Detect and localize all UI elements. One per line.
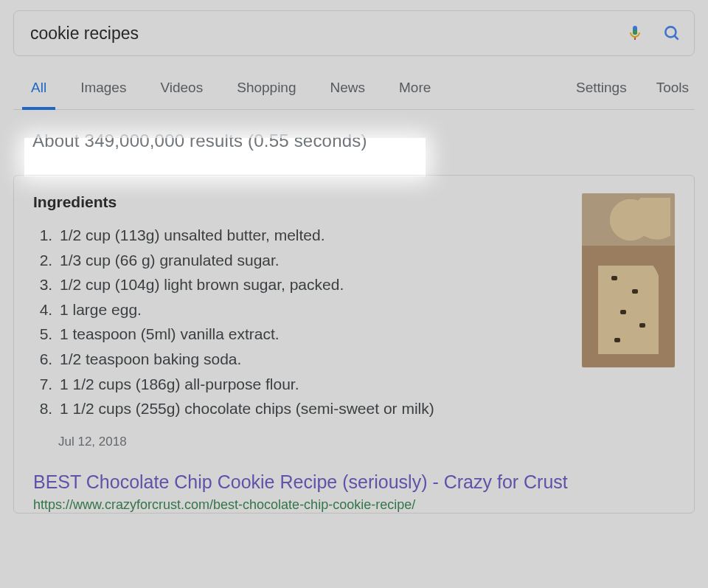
ingredients-list: 1/2 cup (113g) unsalted butter, melted. … — [36, 223, 569, 421]
search-tabs: All Images Videos Shopping News More Set… — [13, 72, 695, 110]
list-item: 1 large egg. — [57, 297, 569, 322]
tab-images[interactable]: Images — [79, 72, 128, 109]
results-count: About 349,000,000 results (0.55 seconds) — [30, 126, 376, 159]
list-item: 1/2 cup (104g) light brown sugar, packed… — [57, 272, 569, 297]
svg-rect-0 — [634, 38, 636, 40]
search-input[interactable] — [29, 23, 625, 44]
svg-line-2 — [674, 35, 678, 39]
tab-videos[interactable]: Videos — [159, 72, 204, 109]
featured-snippet: Ingredients 1/2 cup (113g) unsalted butt… — [13, 175, 695, 513]
settings-link[interactable]: Settings — [575, 72, 628, 109]
list-item: 1 teaspoon (5ml) vanilla extract. — [57, 322, 569, 347]
snippet-date: Jul 12, 2018 — [58, 435, 569, 449]
tab-news[interactable]: News — [329, 72, 367, 109]
snippet-thumbnail[interactable] — [582, 193, 675, 367]
microphone-icon[interactable] — [625, 23, 645, 44]
list-item: 1/2 cup (113g) unsalted butter, melted. — [57, 223, 569, 248]
list-item: 1/3 cup (66 g) granulated sugar. — [57, 248, 569, 273]
search-icon[interactable] — [662, 23, 682, 44]
list-item: 1 1/2 cups (255g) chocolate chips (semi-… — [57, 396, 569, 421]
snippet-url: https://www.crazyforcrust.com/best-choco… — [33, 497, 569, 513]
snippet-heading: Ingredients — [33, 193, 569, 211]
search-box[interactable] — [13, 10, 695, 56]
tab-shopping[interactable]: Shopping — [235, 72, 297, 109]
tab-more[interactable]: More — [398, 72, 432, 109]
list-item: 1 1/2 cups (186g) all-purpose flour. — [57, 372, 569, 397]
tab-all[interactable]: All — [30, 72, 48, 109]
svg-point-1 — [665, 27, 676, 37]
list-item: 1/2 teaspoon baking soda. — [57, 347, 569, 372]
tools-link[interactable]: Tools — [655, 72, 690, 109]
snippet-title-link[interactable]: BEST Chocolate Chip Cookie Recipe (serio… — [33, 471, 569, 493]
search-results-page: All Images Videos Shopping News More Set… — [0, 0, 708, 588]
